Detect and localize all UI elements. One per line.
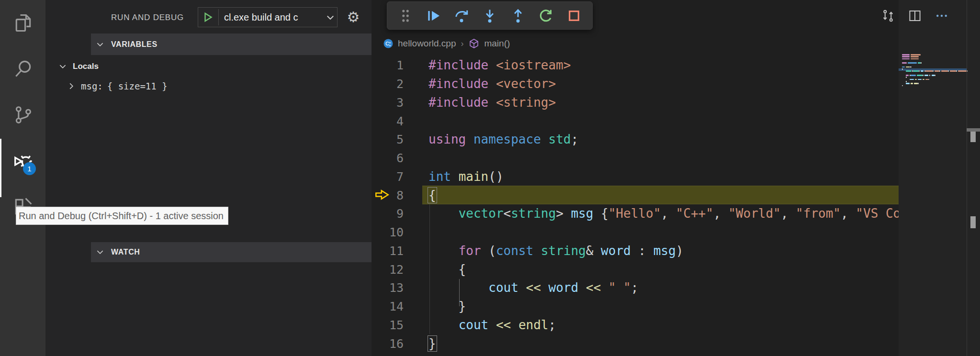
stop-button[interactable] [566, 8, 582, 23]
minimap-line [923, 79, 924, 80]
code-token-plain: , [781, 206, 796, 221]
code-token-type: string [541, 244, 586, 258]
line-number[interactable]: 7 [372, 167, 404, 186]
continue-button[interactable] [426, 8, 441, 23]
code-line[interactable]: #include <string> [428, 93, 556, 112]
code-token-plain [488, 77, 496, 91]
minimap-line [956, 70, 957, 72]
code-token-str: <iostream> [496, 58, 571, 72]
code-token-kw: namespace [473, 132, 541, 146]
line-number[interactable]: 1 [372, 56, 404, 75]
code-token-var: msg [653, 244, 676, 258]
minimap-line [933, 70, 934, 72]
sidebar-item-run-and-debug[interactable] [0, 138, 45, 184]
code-line[interactable]: } [428, 297, 466, 316]
code-line[interactable]: } [428, 334, 436, 353]
code-token-plain [541, 132, 549, 146]
code-token-plain [466, 132, 473, 146]
current-execution-line-highlight [422, 186, 899, 204]
minimap-line [914, 83, 918, 84]
editor-actions [881, 9, 949, 23]
code-line[interactable]: using namespace std; [428, 130, 578, 149]
line-number[interactable]: 4 [372, 112, 404, 131]
step-into-button[interactable] [482, 8, 497, 23]
code-line[interactable]: { [428, 186, 436, 205]
minimap[interactable] [899, 0, 980, 356]
code-line[interactable]: { [428, 260, 466, 279]
code-token-fn: endl [518, 318, 549, 332]
code-token-plain: { [593, 206, 608, 221]
minimap-line [906, 77, 907, 78]
code-token-plain: { [428, 262, 466, 277]
chevron-down-icon[interactable] [326, 12, 335, 22]
code-token-str: "Hello" [608, 206, 661, 221]
code-token-dir: using [428, 132, 466, 146]
drag-grip-icon[interactable] [398, 8, 413, 23]
line-number[interactable]: 13 [372, 278, 404, 297]
tooltip-text: Run and Debug (Ctrl+Shift+D) - 1 active … [19, 211, 224, 222]
more-actions-icon[interactable] [935, 9, 949, 23]
locals-scope-row[interactable]: Locals [58, 57, 99, 76]
sidebar-item-search[interactable] [0, 46, 45, 92]
line-number[interactable]: 14 [372, 297, 404, 316]
step-out-button[interactable] [510, 8, 526, 23]
debug-settings-gear-icon[interactable]: ⚙ [345, 9, 361, 25]
source-control-icon [12, 104, 34, 125]
line-number[interactable]: 2 [372, 75, 404, 93]
minimap-line [921, 62, 922, 64]
line-number[interactable]: 10 [372, 223, 404, 242]
minimap-line [902, 62, 907, 64]
code-token-str: "VS Code" [856, 206, 899, 221]
start-debugging-icon[interactable] [202, 11, 214, 23]
minimap-line [932, 75, 935, 76]
line-number[interactable]: 16 [372, 334, 404, 353]
sidebar-item-source-control[interactable] [0, 92, 45, 138]
code-token-plain [451, 169, 459, 184]
code-line[interactable]: vector<string> msg {"Hello", "C++", "Wor… [428, 204, 899, 223]
code-token-str: "World" [728, 206, 781, 221]
variables-section-header[interactable]: VARIABLES [91, 33, 417, 55]
code-token-plain: { [428, 188, 436, 202]
line-number[interactable]: 11 [372, 242, 404, 260]
line-number[interactable]: 6 [372, 149, 404, 167]
sidebar-title: RUN AND DEBUG [111, 13, 184, 22]
step-over-button[interactable] [454, 8, 469, 23]
minimap-line [910, 67, 912, 68]
breadcrumb-symbol[interactable]: main() [484, 38, 510, 49]
minimap-line [950, 70, 956, 72]
code-token-var: msg [571, 206, 593, 221]
line-number[interactable]: 9 [372, 204, 404, 223]
code-line[interactable]: #include <iostream> [428, 56, 571, 75]
code-token-plain [578, 280, 586, 295]
minimap-line [910, 79, 913, 80]
line-number[interactable]: 3 [372, 93, 404, 112]
minimap-line [918, 83, 919, 84]
chevron-down-icon [96, 40, 104, 49]
code-token-str: <vector> [496, 77, 556, 91]
code-line[interactable]: int main() [428, 167, 504, 186]
line-number[interactable]: 15 [372, 316, 404, 334]
code-line[interactable]: cout << endl; [428, 316, 556, 334]
launch-configuration-dropdown[interactable]: cl.exe build and c [198, 7, 338, 27]
code-line[interactable]: for (const string& word : msg) [428, 242, 683, 260]
breadcrumb-file[interactable]: helloworld.cpp [398, 38, 456, 49]
split-editor-icon[interactable] [908, 9, 922, 23]
sidebar-item-explorer[interactable] [0, 0, 45, 46]
restart-button[interactable] [538, 8, 553, 23]
open-changes-icon[interactable] [881, 9, 895, 23]
code-token-plain: , [661, 206, 676, 221]
code-token-var: word [548, 280, 578, 295]
launch-config-value[interactable]: cl.exe build and c [224, 12, 326, 23]
code-line[interactable]: cout << word << " "; [428, 278, 638, 297]
explorer-icon [12, 12, 34, 33]
line-number[interactable]: 5 [372, 130, 404, 149]
watch-section-header[interactable]: WATCH [91, 242, 417, 262]
execution-pointer-icon [375, 189, 389, 200]
chevron-right-icon[interactable] [67, 82, 76, 90]
code-token-var: cout [488, 280, 518, 295]
overview-ruler-mark [967, 128, 980, 132]
code-editor[interactable]: 12345678910111213141516 #include <iostre… [372, 0, 899, 356]
code-line[interactable]: #include <vector> [428, 75, 556, 93]
variable-row-msg[interactable]: msg: { size=11 } [67, 77, 168, 96]
line-number[interactable]: 12 [372, 260, 404, 279]
